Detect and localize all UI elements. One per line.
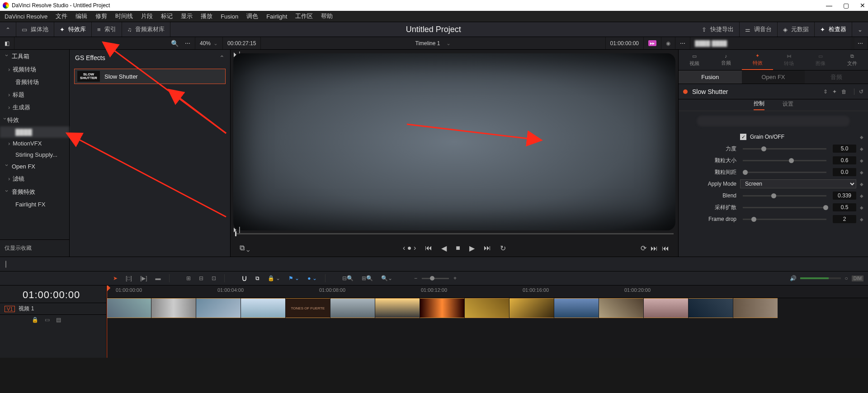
maximize-button[interactable]: ▢ — [843, 2, 849, 9]
grain-checkbox[interactable]: ✓ — [740, 134, 746, 140]
play-button[interactable]: ▶ — [469, 244, 475, 253]
sample-slider[interactable] — [743, 207, 826, 208]
media-pool-button[interactable]: ▭媒体池 — [16, 22, 54, 37]
reset-icon[interactable]: ✦ — [832, 89, 837, 95]
marker-button[interactable]: ● ⌄ — [307, 275, 317, 281]
quick-export-button[interactable]: ⇧快捷导出 — [696, 22, 740, 37]
inspector-tab-video[interactable]: ▭视频 — [679, 50, 710, 70]
clip[interactable] — [107, 298, 151, 318]
speaker-icon[interactable]: 🔊 — [790, 275, 797, 281]
search-icon[interactable]: 🔍 — [171, 40, 179, 47]
expand-right-button[interactable]: ⌄ — [852, 22, 868, 37]
replace-clip-button[interactable]: ⊡ — [212, 275, 216, 281]
sample-value[interactable]: 0.5 — [833, 203, 856, 211]
loop-button[interactable]: ↻ — [500, 244, 506, 253]
blend-slider[interactable] — [743, 195, 826, 196]
track-controls[interactable]: 🔒 ▭ ▤ — [0, 314, 106, 325]
keyboard-icon[interactable] — [5, 261, 6, 267]
param-search[interactable] — [697, 116, 850, 126]
clip[interactable] — [554, 298, 599, 318]
keyframe-icon[interactable]: ◆ — [860, 182, 864, 187]
strength-value[interactable]: 5.0 — [833, 145, 856, 153]
menu-mark[interactable]: 标记 — [161, 12, 173, 20]
menu-fusion[interactable]: Fusion — [221, 13, 238, 20]
panel-toggle-button[interactable]: ◧ — [0, 37, 14, 49]
subtab-fusion[interactable]: Fusion — [679, 70, 742, 84]
menu-app[interactable]: DaVinci Resolve — [5, 13, 47, 20]
video-transitions[interactable]: 视频转场 — [0, 63, 69, 76]
clip[interactable]: TONES OF FUERTE — [286, 298, 330, 318]
clip[interactable] — [644, 298, 688, 318]
strength-slider[interactable] — [743, 148, 826, 150]
inspector-tab-transition[interactable]: ⧓转场 — [773, 50, 805, 70]
edit-index-button[interactable]: ≡索引 — [92, 22, 122, 37]
expand-left-button[interactable]: ⌄ — [0, 22, 16, 37]
video-track-header[interactable]: V1 视频 1 — [0, 303, 106, 314]
menu-file[interactable]: 文件 — [56, 12, 67, 20]
keyframe-icon[interactable]: ◆ — [860, 170, 864, 175]
keyframe-icon[interactable]: ◆ — [860, 193, 864, 198]
zoom-in-button[interactable]: + — [453, 275, 457, 281]
keyframe-nav-icon[interactable]: ⇕ — [823, 89, 828, 95]
effects-category[interactable]: 特效 — [0, 114, 69, 126]
openfx-category[interactable]: Open FX — [0, 160, 69, 173]
close-button[interactable]: ✕ — [860, 2, 865, 9]
fairlight-fx[interactable]: Fairlight FX — [0, 199, 69, 210]
effect-enable-dot[interactable] — [683, 89, 688, 94]
titles[interactable]: 标题 — [0, 89, 69, 101]
keyframe-icon[interactable]: ◆ — [860, 146, 864, 151]
minimize-button[interactable]: — — [826, 2, 832, 9]
clip[interactable] — [689, 298, 733, 318]
effects-group-header[interactable]: GS Effects⌃ — [70, 50, 230, 66]
match-frame-icon[interactable]: ⟳ ⏭ ⏮ — [641, 244, 669, 253]
frame-drop-value[interactable]: 2 — [833, 215, 856, 223]
sound-library-button[interactable]: ♫音频素材库 — [122, 22, 171, 37]
audiofx-category[interactable]: 音频特效 — [0, 185, 69, 199]
clip[interactable] — [465, 298, 509, 318]
metadata-button[interactable]: ◈元数据 — [778, 22, 815, 37]
collapse-icon[interactable]: ⌃ — [219, 54, 225, 61]
clip[interactable] — [733, 298, 778, 318]
video-track-clips[interactable]: TONES OF FUERTE — [107, 298, 868, 318]
timeline-ruler[interactable]: 01:00:00:00 01:00:04:00 01:00:08:00 01:0… — [107, 285, 868, 298]
zoom-full-timeline[interactable]: ⊞🔍 — [362, 275, 373, 281]
blend-value[interactable]: 0.339 — [833, 192, 856, 200]
position-lock-toggle[interactable]: 🔒 ⌄ — [268, 275, 280, 281]
grain-size-value[interactable]: 0.6 — [833, 156, 856, 164]
inspector-tab-audio[interactable]: ♪音频 — [710, 50, 742, 70]
inspector-tab-effects[interactable]: ✦特效 — [742, 50, 774, 70]
next-clip-button[interactable]: ⏭ — [484, 244, 491, 252]
clip[interactable] — [599, 298, 643, 318]
keyframe-icon[interactable]: ◆ — [860, 217, 864, 222]
menu-playback[interactable]: 播放 — [201, 12, 212, 20]
subtab-openfx[interactable]: Open FX — [742, 70, 805, 84]
toolbox-category[interactable]: 工具箱 — [0, 50, 69, 63]
linked-selection-toggle[interactable]: ⧉ — [255, 275, 259, 281]
menu-workspace[interactable]: 工作区 — [295, 12, 313, 20]
stirling-supply[interactable]: Stirling Supply... — [0, 149, 69, 160]
stop-button[interactable]: ■ — [456, 244, 460, 252]
subtab-audio[interactable]: 音频 — [805, 70, 868, 84]
clip[interactable] — [375, 298, 420, 318]
dim-button[interactable]: DIM — [852, 276, 863, 281]
clip[interactable] — [151, 298, 196, 318]
timeline-selector[interactable]: Timeline 1 ⌄ — [261, 37, 605, 49]
audio-transitions[interactable]: 音频转场 — [0, 76, 69, 89]
favorites-only[interactable]: 仅显示收藏 — [0, 239, 69, 257]
menu-color[interactable]: 调色 — [246, 12, 258, 20]
overwrite-clip-button[interactable]: ⊟ — [199, 275, 203, 281]
clip[interactable] — [420, 298, 464, 318]
inspector-button[interactable]: ✦检查器 — [815, 22, 852, 37]
options-icon[interactable]: ⋯ — [185, 40, 190, 47]
viewer-screen[interactable] — [233, 53, 675, 230]
dynamic-trim-tool[interactable]: [▶] — [140, 275, 147, 281]
selection-tool[interactable]: ➤ — [113, 275, 118, 281]
volume-slider[interactable] — [800, 277, 841, 279]
viewer-zoom[interactable]: 40% ⌄ — [195, 37, 223, 49]
clip[interactable] — [196, 298, 241, 318]
step-back-button[interactable]: ◀ — [441, 244, 447, 253]
frame-drop-slider[interactable] — [743, 219, 826, 220]
track-view-icon[interactable]: ▤ — [56, 317, 61, 323]
snapping-toggle[interactable]: ∪ — [241, 273, 247, 283]
filters[interactable]: 滤镜 — [0, 173, 69, 185]
